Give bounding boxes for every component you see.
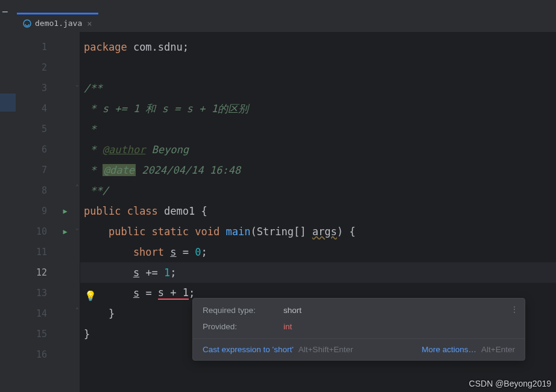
tooltip-menu-icon[interactable]: ⋮ [510, 305, 519, 314]
watermark: CSDN @Beyong2019 [469, 379, 551, 388]
titlebar: − demo1.java × [0, 0, 556, 32]
quickfix-shortcut: Alt+Shift+Enter [299, 345, 353, 354]
gutter-row: 4 [25, 98, 80, 119]
gutter-row: 13 [25, 283, 80, 303]
code-line: short s = 0; [80, 242, 556, 262]
code-line: **/ [80, 180, 556, 201]
tooltip-provided-value: int [283, 322, 292, 331]
gutter-row: 8 [25, 180, 80, 201]
left-strip [0, 32, 25, 392]
gutter-row: 2 [25, 57, 80, 78]
gutter-row: 3 [25, 78, 80, 98]
gutter-row: 15 [25, 324, 80, 344]
code-line-current: s += 1; [80, 262, 556, 283]
code-line: * @date 2024/04/14 16:48 [80, 160, 556, 180]
code-line: public class demo1 { [80, 201, 556, 221]
gutter-row: 7 [25, 160, 80, 180]
gutter-row: 10▶ [25, 221, 80, 242]
code-line: public static void main(String[] args) { [80, 221, 556, 242]
tooltip-required-label: Required type: [203, 306, 269, 315]
minimize-icon[interactable]: − [0, 7, 10, 16]
gutter-row: 1 [25, 37, 80, 57]
javadoc-author-tag: @author [103, 144, 146, 156]
code-line: /** [80, 78, 556, 98]
left-gutter-selection [0, 93, 16, 112]
tab-filename: demo1.java [35, 19, 82, 28]
fold-icon[interactable]: ⌃ [74, 183, 81, 190]
fold-icon[interactable]: ⌃ [74, 306, 81, 313]
code-line: * s += 1 和 s = s + 1的区别 [80, 98, 556, 119]
error-expression: s + 1 [158, 286, 189, 300]
fold-icon[interactable]: ⌄ [74, 224, 81, 231]
tab-row: demo1.java × [17, 13, 98, 32]
javadoc-date-tag: @date [103, 164, 136, 176]
tab-demo1[interactable]: demo1.java × [17, 13, 98, 32]
gutter-row: 11 [25, 242, 80, 262]
more-actions-link[interactable]: More actions… [422, 345, 476, 354]
code-line: * [80, 119, 556, 139]
tooltip-provided-label: Provided: [203, 322, 269, 331]
more-actions-shortcut: Alt+Enter [481, 345, 515, 354]
gutter-row: 6 [25, 139, 80, 160]
tab-close-icon[interactable]: × [87, 19, 92, 28]
java-file-icon [23, 19, 31, 28]
run-gutter-icon[interactable]: ▶ [63, 207, 67, 215]
gutter-row: 9▶ [25, 201, 80, 221]
fold-icon[interactable]: ⌄ [74, 80, 81, 87]
gutter-row: 5 [25, 119, 80, 139]
gutter-row: 16 [25, 344, 80, 365]
tooltip-required-value: short [283, 306, 302, 315]
code-line [80, 57, 556, 78]
gutter: 1 2 3 4 5 6 7 8 9▶ 10▶ 11 12 13 14 15 16… [25, 32, 80, 392]
gutter-row: 14 [25, 303, 80, 324]
gutter-row-current: 12 [25, 262, 80, 283]
error-tooltip: ⋮ Required type: short Provided: int Cas… [192, 298, 525, 361]
quickfix-cast-link[interactable]: Cast expression to 'short' [203, 345, 294, 354]
window-controls: − [0, 7, 12, 26]
run-gutter-icon[interactable]: ▶ [63, 227, 67, 236]
code-line: package com.sdnu; [80, 37, 556, 57]
intention-bulb-icon[interactable]: 💡 [84, 290, 96, 302]
code-line: * @author Beyong [80, 139, 556, 160]
